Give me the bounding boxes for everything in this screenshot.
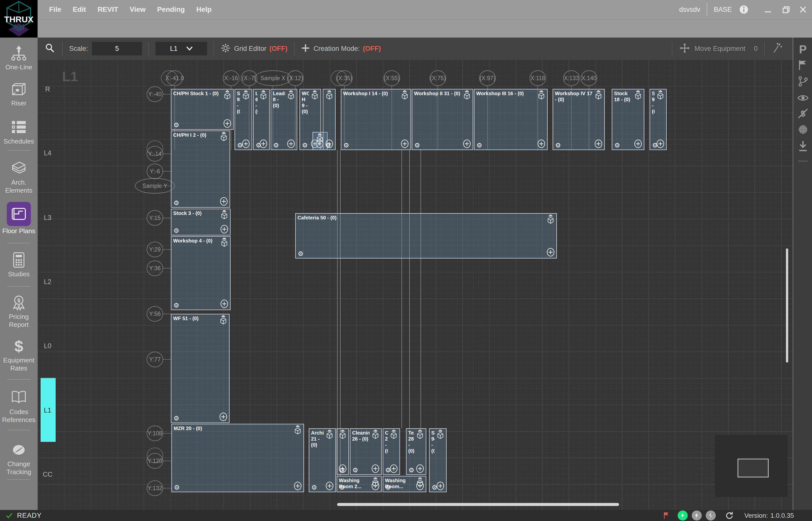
sidebar-item-change-tracking[interactable]: Change Tracking (0, 441, 38, 476)
room-add-equipment-icon[interactable] (400, 139, 409, 149)
room-settings-gear-icon[interactable]: ⚙ (477, 142, 482, 149)
sidebar-item-riser[interactable]: Riser (0, 80, 38, 107)
room[interactable]: CH/PH Stock 1 - (0)⚙ (171, 89, 234, 130)
room[interactable]: Washing Room...⚙ (383, 476, 426, 492)
room[interactable]: Stair 94 - (0)⚙ (429, 428, 446, 492)
room-3d-cube-icon[interactable] (223, 90, 232, 101)
room-settings-gear-icon[interactable]: ⚙ (343, 142, 349, 149)
room-add-equipment-icon[interactable] (371, 481, 380, 491)
move-equipment-icon[interactable] (679, 42, 690, 55)
room-3d-cube-icon[interactable] (436, 430, 445, 440)
room-add-equipment-icon[interactable] (325, 481, 334, 491)
room-settings-gear-icon[interactable]: ⚙ (385, 484, 391, 491)
room-settings-gear-icon[interactable]: ⚙ (273, 142, 279, 149)
room[interactable]: Stair 92 - (0)⚙ (650, 89, 667, 150)
room-3d-cube-icon[interactable] (219, 315, 228, 326)
room-add-equipment-icon[interactable] (390, 464, 398, 473)
power-off-status-icon[interactable] (706, 511, 716, 521)
room-3d-cube-icon[interactable] (220, 210, 229, 221)
room-3d-cube-icon[interactable] (259, 90, 268, 101)
room-settings-gear-icon[interactable]: ⚙ (614, 142, 620, 149)
level-label-cc[interactable]: CC (38, 471, 58, 478)
scale-input[interactable] (92, 42, 142, 55)
room[interactable]: Cleaning 26 - (0)⚙ (350, 428, 382, 475)
grid-editor-label[interactable]: Grid Editor (234, 45, 266, 52)
room-add-equipment-icon[interactable] (537, 139, 546, 149)
room[interactable]: Stair 93 - (0)⚙ (235, 89, 252, 150)
menu-pending[interactable]: Pending (157, 5, 185, 14)
git-branch-icon[interactable] (793, 74, 812, 89)
room[interactable]: Stock 18 - (0)⚙ (612, 89, 644, 150)
room-add-equipment-icon[interactable] (315, 139, 324, 149)
vertical-scrollbar[interactable] (786, 248, 788, 362)
room-add-equipment-icon[interactable] (634, 139, 642, 149)
zoom-tool-button[interactable] (44, 42, 56, 55)
dot-grid-icon[interactable] (793, 122, 812, 137)
sidebar-item-schedules[interactable]: Schedules (0, 118, 38, 145)
room[interactable]: Workshop I 14 - (0)⚙ (341, 89, 411, 150)
menu-view[interactable]: View (130, 5, 146, 14)
room-add-equipment-icon[interactable] (463, 139, 471, 149)
room[interactable]: Te... 28 - (0)⚙ (406, 428, 426, 475)
room-add-equipment-icon[interactable] (220, 224, 228, 234)
level-label-l0[interactable]: L0 (38, 342, 58, 350)
menu-file[interactable]: File (49, 5, 61, 14)
grid-bubble-x[interactable]: X:133 (563, 70, 580, 86)
grid-bubble-y[interactable]: Y:-40 (147, 86, 163, 102)
horizontal-scrollbar[interactable] (337, 503, 619, 506)
room-add-equipment-icon[interactable] (242, 139, 250, 149)
room-3d-cube-icon[interactable] (546, 214, 555, 225)
room[interactable]: Cafeteria 50 - (0)⚙ (295, 213, 557, 258)
room-add-equipment-icon[interactable] (325, 139, 334, 149)
grid-bubble-x[interactable]: (X:97) (479, 70, 496, 86)
room-settings-gear-icon[interactable]: ⚙ (173, 122, 179, 128)
creation-mode-plus-icon[interactable] (301, 44, 310, 53)
menu-revit[interactable]: REVIT (97, 5, 118, 14)
eye-icon[interactable] (793, 91, 812, 105)
room[interactable]: Workshop IV 17 - (0)⚙ (553, 89, 605, 150)
grid-bubble-y[interactable]: Y:56 (147, 306, 163, 322)
dollar-off-icon[interactable]: $ (793, 106, 812, 121)
room-add-equipment-icon[interactable] (223, 119, 232, 128)
room-add-equipment-icon[interactable] (546, 248, 555, 257)
room-add-equipment-icon[interactable] (436, 481, 445, 491)
grid-bubble-x[interactable]: X:118 (530, 70, 546, 86)
sidebar-item-codes-references[interactable]: Codes References (0, 389, 38, 424)
grid-bubble-y[interactable]: Y:120 (147, 453, 163, 469)
room-3d-cube-icon[interactable] (293, 425, 303, 436)
grid-bubble-x[interactable]: (X:75) (430, 70, 446, 86)
grid-bubble-y[interactable]: Y:36 (147, 260, 163, 276)
room-settings-gear-icon[interactable]: ⚙ (352, 467, 358, 473)
room[interactable]: Workshop III 16 - (0)⚙ (474, 89, 548, 150)
close-button[interactable] (797, 4, 809, 15)
room-settings-gear-icon[interactable]: ⚙ (173, 415, 179, 422)
room-3d-cube-icon[interactable] (325, 90, 334, 101)
grid-bubble-x[interactable]: X:-16 (223, 70, 239, 86)
room[interactable]: Le... 6 - (0)⚙ (253, 89, 270, 150)
room-settings-gear-icon[interactable]: ⚙ (555, 142, 561, 149)
level-label-l1[interactable]: L1 (38, 407, 58, 414)
room-3d-cube-icon[interactable] (536, 90, 546, 101)
sidebar-item-floor-plans[interactable]: Floor Plans (0, 202, 38, 235)
grid-bubble-x[interactable]: (X:12) (287, 70, 304, 86)
power-idle-status-icon[interactable] (692, 511, 702, 521)
room-settings-gear-icon[interactable]: ⚙ (302, 142, 308, 149)
room-3d-cube-icon[interactable] (220, 237, 229, 248)
grid-bubble-y[interactable]: Y:77 (147, 352, 163, 367)
restore-button[interactable] (780, 4, 791, 15)
room-3d-cube-icon[interactable] (633, 90, 643, 101)
room-add-equipment-icon[interactable] (293, 481, 302, 491)
flag-icon[interactable] (663, 512, 670, 519)
room-settings-gear-icon[interactable]: ⚙ (409, 467, 414, 473)
grid-bubble-y[interactable]: Y:-14 (147, 146, 163, 162)
grid-bubble-y[interactable]: Y:-6 (147, 163, 163, 179)
grid-bubble-x[interactable]: X:-41.0 (167, 70, 183, 86)
room-3d-cube-icon[interactable] (594, 90, 603, 101)
minimap-viewport[interactable] (738, 459, 769, 477)
sidebar-item-studies[interactable]: Studies (0, 251, 38, 278)
room-settings-gear-icon[interactable]: ⚙ (173, 227, 179, 234)
download-icon[interactable] (793, 139, 812, 153)
refresh-icon[interactable] (725, 511, 733, 520)
sidebar-item-pricing-report[interactable]: $Pricing Report (0, 294, 38, 329)
minimap[interactable] (715, 435, 787, 497)
